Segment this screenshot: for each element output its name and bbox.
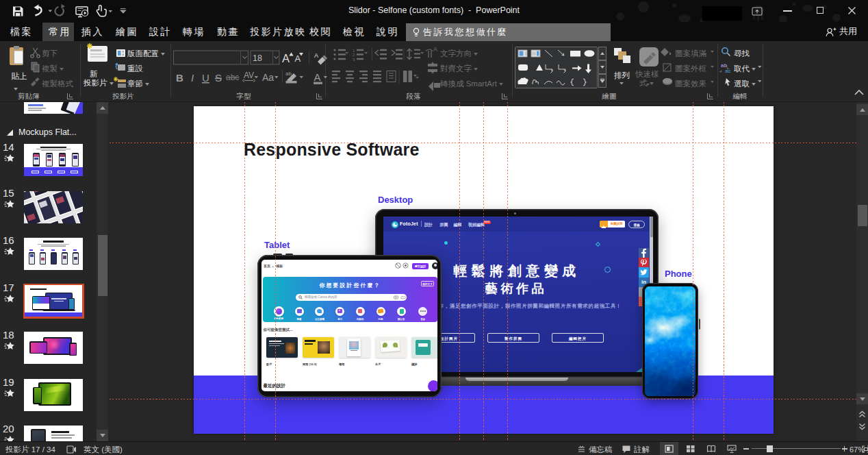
svg-text:B: B bbox=[176, 72, 183, 84]
svg-text:1: 1 bbox=[353, 49, 355, 53]
svg-text:3: 3 bbox=[353, 58, 355, 62]
svg-text:A: A bbox=[295, 53, 301, 64]
svg-text:U: U bbox=[202, 72, 209, 84]
svg-text:I: I bbox=[191, 72, 194, 84]
svg-text:Aa: Aa bbox=[262, 72, 274, 83]
svg-text:2: 2 bbox=[353, 53, 355, 57]
svg-text:ac: ac bbox=[725, 68, 730, 74]
svg-text:A: A bbox=[314, 52, 318, 59]
svg-text:ab: ab bbox=[285, 71, 292, 77]
svg-text:A: A bbox=[314, 71, 321, 83]
svg-text:A: A bbox=[433, 46, 437, 53]
svg-text:abc: abc bbox=[226, 73, 239, 82]
svg-text:S: S bbox=[215, 72, 222, 84]
svg-text:AV: AV bbox=[244, 71, 254, 80]
svg-text:18: 18 bbox=[253, 53, 262, 63]
svg-text:A: A bbox=[282, 52, 290, 64]
